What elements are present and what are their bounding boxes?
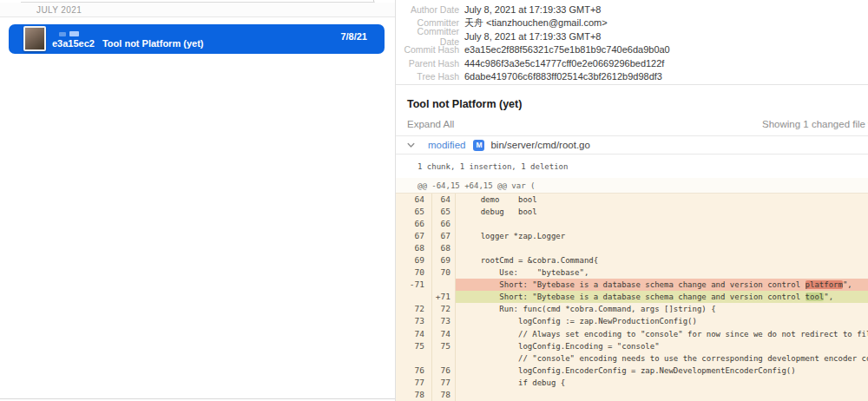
- commit-list-item-selected[interactable]: e3a15ec2Tool not Platform (yet) 7/8/21: [9, 24, 385, 54]
- meta-row: Committer 天舟 <tianzhouchen@gmail.com>: [396, 16, 868, 30]
- new-line-number: 76: [432, 365, 456, 377]
- code-line: if debug {: [456, 377, 868, 389]
- changed-file-header[interactable]: modified M bin/server/cmd/root.go: [396, 135, 868, 154]
- timeline-section-header: JULY 2021: [0, 3, 395, 17]
- diff-row: 6969 rootCmd = &cobra.Command{: [396, 254, 868, 266]
- new-line-number: 70: [432, 266, 456, 279]
- old-line-number: 74: [396, 328, 432, 340]
- meta-label: Tree Hash: [396, 71, 459, 82]
- old-line-number: 70: [396, 266, 432, 279]
- meta-value: July 8, 2021 at 17:19:33 GMT+8: [464, 4, 601, 15]
- commit-metadata: Author Date July 8, 2021 at 17:19:33 GMT…: [396, 3, 868, 83]
- diff-row: 6666: [396, 218, 868, 230]
- app-window: JULY 2021 e3a15ec2Tool not Platform (yet…: [0, 0, 868, 401]
- diff-row: 6565 debug bool: [396, 206, 868, 218]
- diff-row: 7676 logConfig.EncoderConfig = zap.NewDe…: [396, 365, 868, 377]
- meta-label: Author Date: [396, 4, 459, 15]
- meta-value: July 8, 2021 at 17:19:33 GMT+8: [464, 31, 601, 42]
- new-line-number: 64: [432, 194, 456, 206]
- diff-row: 6767 logger *zap.Logger: [396, 230, 868, 242]
- commit-short-hash: e3a15ec2: [52, 38, 95, 49]
- changed-word-highlight: platform: [806, 280, 843, 289]
- code-line: // Always set encoding to "console" for …: [456, 328, 868, 340]
- new-line-number: 68: [432, 242, 456, 254]
- old-line-number: 75: [396, 340, 432, 352]
- diff-row: 6868: [396, 242, 868, 254]
- diff-row: 7272 Run: func(cmd *cobra.Command, args …: [396, 303, 868, 315]
- old-line-number: [396, 291, 432, 303]
- old-line-number: -71: [396, 279, 432, 291]
- diff-row: +71 Short: "Bytebase is a database schem…: [396, 291, 868, 303]
- code-line: logConfig.Encoding = "console": [456, 340, 868, 352]
- new-line-number: 67: [432, 230, 456, 242]
- commit-date: 7/8/21: [340, 31, 367, 42]
- new-line-number: +71: [432, 291, 456, 303]
- new-line-number: 74: [432, 328, 456, 340]
- modified-badge: M: [473, 140, 484, 151]
- changes-summary: Showing 1 changed file with 1 add: [762, 119, 868, 129]
- code-line: Short: "Bytebase is a database schema ch…: [456, 279, 868, 291]
- new-line-number: 75: [432, 340, 456, 352]
- commit-message-title: Tool not Platform (yet): [407, 98, 522, 110]
- new-line-number: 72: [432, 303, 456, 315]
- meta-label: Committer Date: [396, 26, 459, 47]
- avatar: [23, 26, 46, 51]
- new-line-number: 65: [432, 206, 456, 218]
- old-line-number: 77: [396, 377, 432, 389]
- old-line-number: 64: [396, 194, 432, 206]
- diff-table: 6464 demo bool6565 debug bool66666767 lo…: [396, 194, 868, 401]
- new-line-number: [432, 352, 456, 365]
- new-line-number: 78: [432, 389, 456, 401]
- meta-label: Commit Hash: [396, 44, 459, 55]
- code-line: [456, 242, 868, 254]
- code-line: logConfig := zap.NewProductionConfig(): [456, 315, 868, 327]
- changed-word-highlight: tool: [806, 293, 825, 301]
- code-line: logger *zap.Logger: [456, 230, 868, 242]
- chunk-summary: 1 chunk, 1 insertion, 1 deletion: [418, 162, 568, 171]
- diff-row: 7777 if debug {: [396, 377, 868, 389]
- section-divider: [396, 84, 868, 85]
- code-line: rootCmd = &cobra.Command{: [456, 254, 868, 266]
- old-line-number: 68: [396, 242, 432, 254]
- file-status-label: modified: [428, 140, 465, 150]
- meta-value: e3a15ec2f88f56321c75e1b81b9c740e6da9b0a0: [464, 44, 670, 55]
- old-line-number: 73: [396, 315, 432, 327]
- meta-value: 444c986f3a3e5c14777cff0e2e0669296bed122f: [464, 58, 664, 69]
- meta-value: 天舟 <tianzhouchen@gmail.com>: [464, 16, 608, 30]
- meta-label: Parent Hash: [396, 58, 459, 69]
- old-line-number: [396, 352, 432, 365]
- old-line-number: 78: [396, 389, 432, 401]
- hunk-header: @@ -64,15 +64,15 @@ var (: [418, 181, 535, 190]
- code-line: logConfig.EncoderConfig = zap.NewDevelop…: [456, 365, 868, 377]
- diff-row: 7575 logConfig.Encoding = "console": [396, 340, 868, 352]
- new-line-number: 66: [432, 218, 456, 230]
- code-line: // "console" encoding needs to use the c…: [456, 352, 868, 365]
- code-line: debug bool: [456, 206, 868, 218]
- diff-row: 6464 demo bool: [396, 194, 868, 206]
- old-line-number: 66: [396, 218, 432, 230]
- old-line-number: 69: [396, 254, 432, 266]
- code-line: Run: func(cmd *cobra.Command, args []str…: [456, 303, 868, 315]
- file-path[interactable]: bin/server/cmd/root.go: [490, 140, 589, 150]
- commit-author-redacted-chip: [69, 31, 79, 36]
- meta-row: Tree Hash 6dabe419706c6f883ff02514c3bf26…: [396, 70, 868, 84]
- code-line: Short: "Bytebase is a database schema ch…: [456, 291, 868, 303]
- old-line-number: 65: [396, 206, 432, 218]
- meta-row: Parent Hash 444c986f3a3e5c14777cff0e2e06…: [396, 56, 868, 70]
- chevron-down-icon[interactable]: [406, 141, 416, 150]
- new-line-number: 73: [432, 315, 456, 327]
- diff-row: -71 Short: "Bytebase is a database schem…: [396, 279, 868, 291]
- old-line-number: 67: [396, 230, 432, 242]
- new-line-number: 77: [432, 377, 456, 389]
- diff-row: 7070 Use: "bytebase",: [396, 266, 868, 279]
- expand-all-button[interactable]: Expand All: [407, 119, 454, 129]
- meta-row: Author Date July 8, 2021 at 17:19:33 GMT…: [396, 3, 868, 16]
- commit-message: Tool not Platform (yet): [102, 38, 204, 49]
- old-line-number: 72: [396, 303, 432, 315]
- old-line-number: 76: [396, 365, 432, 377]
- meta-value: 6dabe419706c6f883ff02514c3bf2612b9d98df3: [464, 71, 662, 82]
- new-line-number: 69: [432, 254, 456, 266]
- diff-row: 7474 // Always set encoding to "console"…: [396, 328, 868, 340]
- code-line: [456, 218, 868, 230]
- hunk-header-band: @@ -64,15 +64,15 @@ var (: [396, 178, 868, 194]
